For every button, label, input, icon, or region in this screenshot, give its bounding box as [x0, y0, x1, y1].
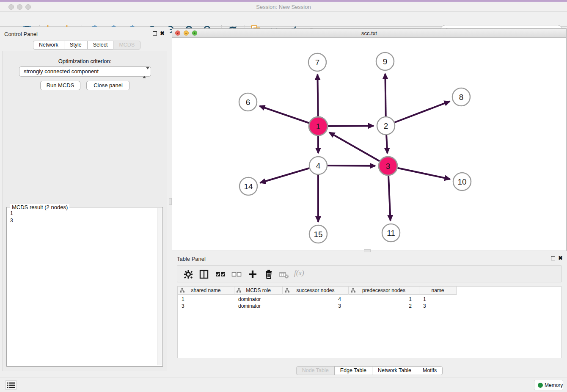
plus-icon	[248, 269, 258, 279]
chevron-up-down-icon	[143, 68, 148, 75]
column-header-shared-name[interactable]: shared name	[178, 287, 234, 295]
svg-text:3: 3	[386, 162, 391, 171]
node-9[interactable]: 9	[376, 52, 394, 70]
delete-columns-button[interactable]	[264, 269, 274, 279]
node-2[interactable]: 2	[377, 117, 395, 135]
node-6[interactable]: 6	[239, 93, 257, 111]
dropdown-value: strongly connected component	[24, 68, 99, 75]
cell-shared-name[interactable]: 1	[178, 296, 234, 303]
horizontal-split-handle[interactable]	[364, 249, 371, 252]
table-panel-close-button[interactable]: ✖	[558, 256, 563, 260]
cell-shared-name[interactable]: 3	[178, 303, 234, 309]
column-header-name[interactable]: name	[419, 287, 457, 295]
cell-successor-nodes[interactable]: 3	[283, 303, 349, 309]
column-header-successor-nodes[interactable]: successor nodes	[283, 287, 349, 295]
trash-icon	[264, 269, 274, 279]
node-7[interactable]: 7	[308, 53, 326, 71]
tab-network[interactable]: Network	[33, 41, 64, 50]
svg-text:1: 1	[316, 122, 321, 131]
close-panel-button[interactable]: Close panel	[86, 81, 130, 90]
node-3[interactable]: 3	[379, 157, 397, 175]
column-header-MCDS-role[interactable]: MCDS role	[234, 287, 283, 295]
tab-select[interactable]: Select	[87, 41, 114, 50]
cell-predecessor-nodes[interactable]: 1	[349, 296, 419, 303]
mcds-result-list: 13	[10, 210, 13, 224]
tab-motifs[interactable]: Motifs	[417, 366, 443, 375]
delete-table-button-disabled	[279, 269, 289, 279]
columns-icon	[199, 269, 209, 279]
window-titlebar: Session: New Session	[0, 2, 567, 12]
result-line: 3	[10, 217, 13, 224]
svg-text:2: 2	[384, 121, 388, 130]
edge-2-8[interactable]	[386, 101, 450, 126]
network-title: scc.txt	[172, 30, 566, 36]
table-panel: Table Panel ✖ f(x)	[172, 253, 567, 376]
gear-icon	[183, 269, 193, 279]
node-14[interactable]: 14	[239, 177, 257, 195]
task-history-button[interactable]	[5, 380, 17, 390]
cell-name[interactable]: 3	[419, 303, 457, 309]
checked-boxes-icon	[215, 269, 226, 279]
network-view-window: × – + scc.txt 1234678910111415	[172, 28, 567, 251]
control-panel-close-button[interactable]: ✖	[160, 31, 165, 36]
table-settings-button[interactable]	[183, 269, 193, 279]
edge-3-1[interactable]	[329, 133, 388, 166]
application-window: Session: New Session	[0, 0, 567, 392]
create-column-button[interactable]	[248, 269, 258, 279]
unselect-all-columns-button[interactable]	[231, 269, 242, 279]
mcds-result-box: MCDS result (2 nodes) 13	[6, 207, 163, 367]
node-10[interactable]: 10	[453, 173, 471, 190]
optimization-criterion-dropdown[interactable]: strongly connected component	[19, 66, 151, 77]
cell-predecessor-nodes[interactable]: 2	[349, 303, 419, 309]
control-panel: Control Panel ✖ NetworkStyleSelectMCDS O…	[0, 27, 170, 376]
optimization-label: Optimization criterion:	[3, 58, 167, 64]
tab-mcds[interactable]: MCDS	[113, 41, 140, 50]
column-header-predecessor-nodes[interactable]: predecessor nodes	[349, 287, 419, 295]
svg-text:8: 8	[459, 93, 464, 102]
svg-text:9: 9	[383, 57, 388, 66]
table-panel-float-button[interactable]	[551, 256, 555, 260]
control-panel-float-button[interactable]	[153, 31, 157, 36]
result-line: 1	[10, 210, 13, 217]
table-panel-title: Table Panel	[177, 256, 206, 262]
tab-network-table[interactable]: Network Table	[372, 366, 417, 375]
delete-table-icon	[279, 269, 289, 279]
list-icon	[7, 382, 15, 389]
tab-node-table[interactable]: Node Table	[296, 366, 335, 375]
session-title: Session: New Session	[0, 4, 567, 10]
svg-text:6: 6	[246, 98, 250, 107]
node-8[interactable]: 8	[452, 88, 470, 106]
memory-status-icon	[538, 383, 543, 388]
network-canvas[interactable]: 1234678910111415	[172, 38, 566, 251]
network-window-titlebar[interactable]: × – + scc.txt	[172, 29, 566, 38]
cell-name[interactable]: 1	[419, 296, 457, 303]
table-row[interactable]: 1dominator411	[178, 296, 457, 303]
svg-text:14: 14	[244, 182, 253, 191]
tab-edge-table[interactable]: Edge Table	[334, 366, 372, 375]
result-scrollbar[interactable]	[157, 208, 162, 365]
node-1[interactable]: 1	[309, 117, 328, 135]
cell-successor-nodes[interactable]: 4	[283, 296, 349, 303]
mcds-result-title: MCDS result (2 nodes)	[10, 204, 69, 210]
run-mcds-button[interactable]: Run MCDS	[40, 81, 80, 90]
node-table[interactable]: shared nameMCDS rolesuccessor nodesprede…	[177, 286, 561, 358]
cell-MCDS-role[interactable]: dominator	[234, 296, 283, 303]
node-4[interactable]: 4	[309, 157, 327, 174]
node-15[interactable]: 15	[309, 225, 327, 243]
mcds-panel: Optimization criterion: strongly connect…	[3, 51, 167, 371]
tab-style[interactable]: Style	[64, 41, 88, 50]
table-toolbar: f(x)	[177, 265, 562, 282]
svg-text:7: 7	[315, 58, 320, 67]
node-11[interactable]: 11	[382, 224, 400, 242]
show-columns-button[interactable]	[199, 269, 209, 279]
vertical-split-handle[interactable]	[169, 198, 172, 205]
function-builder-button-disabled: f(x)	[294, 269, 308, 279]
svg-text:11: 11	[387, 229, 395, 237]
control-panel-title: Control Panel	[4, 31, 38, 37]
svg-text:4: 4	[316, 161, 321, 170]
table-row[interactable]: 3dominator323	[178, 303, 457, 309]
memory-button[interactable]: Memory	[534, 380, 563, 390]
status-bar: Memory	[0, 378, 567, 392]
cell-MCDS-role[interactable]: dominator	[234, 303, 283, 309]
select-all-columns-button[interactable]	[215, 269, 226, 279]
